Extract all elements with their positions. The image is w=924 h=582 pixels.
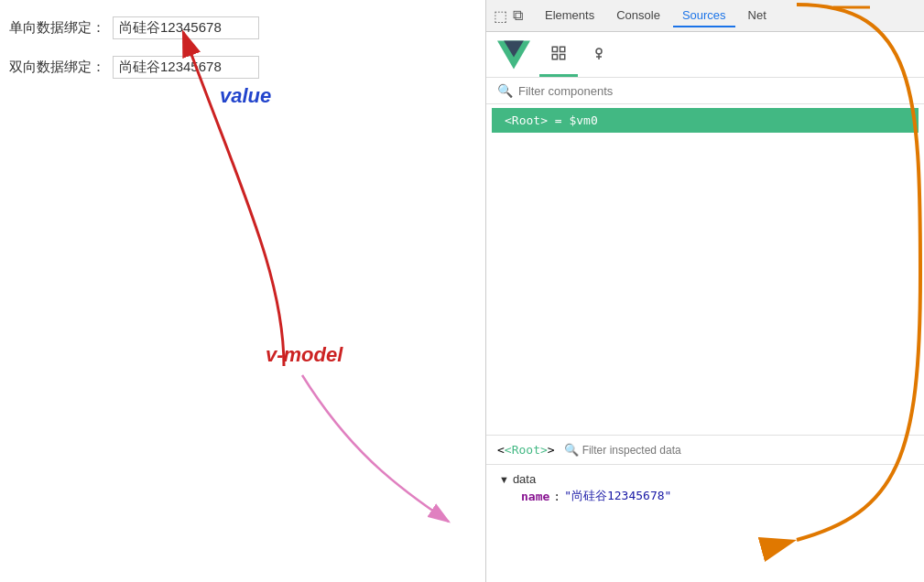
left-panel: 单向数据绑定： 双向数据绑定： value v-model: [0, 0, 485, 582]
triangle-icon: ▼: [499, 474, 509, 485]
tab-elements[interactable]: Elements: [536, 5, 603, 27]
bottom-filter: 🔍: [564, 443, 913, 457]
devtools-panel: ⬚ ⧉ Elements Console Sources Net: [485, 0, 924, 582]
data-section-label: data: [513, 472, 536, 486]
one-way-input[interactable]: [113, 16, 259, 39]
v-model-annotation: v-model: [266, 343, 342, 367]
tab-network[interactable]: Net: [739, 5, 776, 27]
svg-rect-8: [560, 55, 565, 59]
data-key: name: [521, 490, 549, 503]
data-value: "尚硅谷12345678": [564, 488, 671, 504]
svg-rect-6: [560, 47, 565, 51]
vue-tab-vuex[interactable]: [580, 32, 618, 77]
devtools-icon-group: ⬚ ⧉: [494, 7, 523, 25]
two-way-binding-row: 双向数据绑定：: [9, 56, 485, 79]
bottom-search-icon: 🔍: [564, 443, 579, 457]
data-section: ▼ data name : "尚硅谷12345678": [486, 465, 924, 513]
data-toggle[interactable]: ▼ data: [499, 472, 911, 486]
component-tree: <Root> = $vm0: [486, 104, 924, 435]
bottom-header: <<Root>> 🔍: [486, 436, 924, 465]
search-icon: 🔍: [497, 83, 513, 98]
root-component-item[interactable]: <Root> = $vm0: [492, 108, 919, 133]
data-name-row: name : "尚硅谷12345678": [499, 486, 911, 506]
bottom-panel: <<Root>> 🔍 ▼ data name : "尚硅谷12345678": [486, 436, 924, 582]
filter-input[interactable]: [518, 84, 913, 98]
vue-devtools-header: [486, 32, 924, 78]
tab-sources[interactable]: Sources: [673, 5, 735, 27]
value-annotation: value: [220, 84, 271, 108]
two-way-input[interactable]: [113, 56, 259, 79]
bottom-filter-input[interactable]: [582, 444, 720, 457]
cursor-icon[interactable]: ⬚: [494, 7, 507, 25]
filter-bar: 🔍: [486, 78, 924, 104]
one-way-binding-row: 单向数据绑定：: [9, 16, 485, 39]
svg-rect-7: [552, 55, 557, 59]
two-way-label: 双向数据绑定：: [9, 59, 105, 76]
inspector-icon[interactable]: ⧉: [513, 7, 523, 24]
svg-rect-5: [552, 47, 557, 51]
bottom-root-label: <<Root>>: [497, 443, 555, 457]
data-colon: :: [553, 490, 560, 503]
one-way-label: 单向数据绑定：: [9, 19, 105, 37]
vue-tab-components[interactable]: [539, 32, 578, 77]
vue-logo: [497, 38, 530, 71]
tab-console[interactable]: Console: [607, 5, 669, 27]
vue-tabs: [539, 32, 913, 77]
svg-point-9: [596, 48, 602, 54]
devtools-tabs-bar: ⬚ ⧉ Elements Console Sources Net: [486, 0, 924, 32]
